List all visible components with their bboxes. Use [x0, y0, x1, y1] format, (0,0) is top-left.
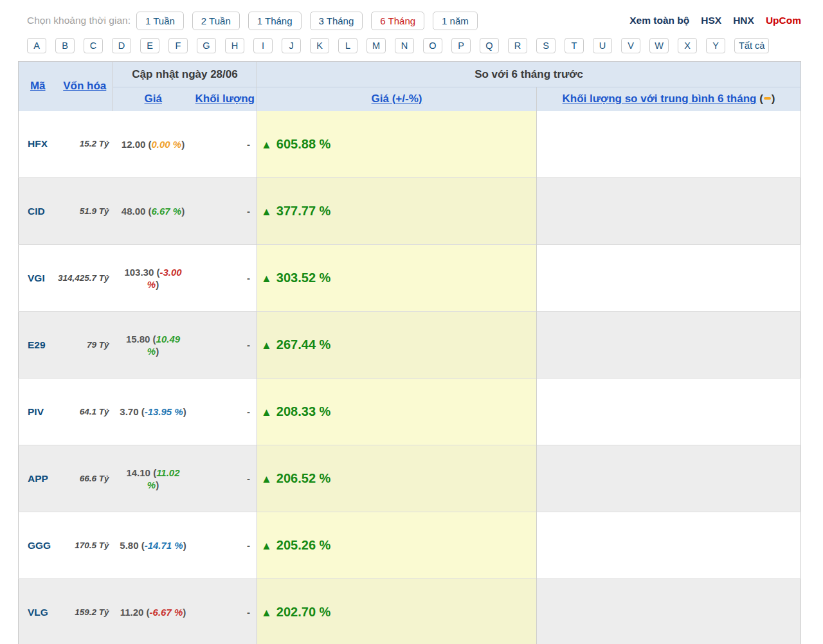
price-cell: 5.80 (-14.71 %)	[113, 512, 194, 579]
letter-button-g[interactable]: G	[197, 38, 216, 53]
time-range-button-1-nam[interactable]: 1 năm	[433, 12, 478, 30]
letter-button-a[interactable]: A	[27, 38, 46, 53]
letter-button-u[interactable]: U	[593, 38, 612, 53]
letter-button-tat-ca[interactable]: Tất cả	[734, 38, 769, 53]
letter-button-d[interactable]: D	[112, 38, 131, 53]
letter-button-f[interactable]: F	[168, 38, 188, 53]
exchange-links: Xem toàn bộHSXHNXUpCom	[629, 15, 801, 26]
volume-compare-cell	[537, 111, 801, 178]
minus-icon	[764, 97, 771, 100]
letter-button-r[interactable]: R	[508, 38, 527, 53]
paren-close: )	[183, 607, 186, 618]
letter-button-o[interactable]: O	[423, 38, 442, 53]
ticker-link[interactable]: APP	[28, 473, 48, 484]
sort-gia-link[interactable]: Giá	[145, 93, 162, 105]
letter-button-p[interactable]: P	[451, 38, 471, 53]
column-header-von-hoa: Vốn hóa	[57, 62, 113, 111]
up-arrow-icon: ▲	[261, 273, 272, 285]
exchange-link-upcom[interactable]: UpCom	[766, 15, 801, 26]
table-row: VLG159.2 Tỷ11.20 (-6.67 %)-▲202.70 %	[19, 579, 801, 644]
market-cap-cell: 64.1 Tỷ	[57, 379, 113, 445]
ticker-link[interactable]: VLG	[28, 607, 48, 618]
ticker-link[interactable]: PIV	[28, 406, 44, 417]
letter-button-m[interactable]: M	[366, 38, 386, 53]
market-cap-cell: 66.6 Tỷ	[57, 445, 113, 512]
letter-button-k[interactable]: K	[310, 38, 329, 53]
ticker-link[interactable]: GGG	[28, 540, 51, 551]
letter-button-j[interactable]: J	[282, 38, 301, 53]
letter-button-i[interactable]: I	[253, 38, 273, 53]
letter-button-e[interactable]: E	[140, 38, 159, 53]
table-row: APP66.6 Tỷ14.10 (11.02 %)-▲206.52 %	[19, 445, 801, 512]
change-cell: ▲205.26 %	[257, 512, 537, 579]
time-range-label: Chọn khoảng thời gian:	[27, 15, 131, 26]
paren-close: )	[183, 406, 186, 417]
exchange-link-hnx[interactable]: HNX	[733, 15, 754, 26]
time-range-button-1-tuan[interactable]: 1 Tuần	[136, 12, 184, 30]
time-range-button-1-thang[interactable]: 1 Tháng	[248, 12, 302, 30]
up-arrow-icon: ▲	[261, 139, 272, 151]
sort-khoi-luong-link[interactable]: Khối lượng	[195, 93, 255, 105]
letter-button-x[interactable]: X	[678, 38, 697, 53]
up-arrow-icon: ▲	[261, 473, 272, 485]
price-cell: 11.20 (-6.67 %)	[113, 579, 194, 644]
ticker-link[interactable]: VGI	[28, 273, 45, 283]
time-range-button-6-thang[interactable]: 6 Tháng	[371, 12, 424, 30]
price-cell: 103.30 (-3.00 %)	[113, 245, 194, 312]
letter-button-l[interactable]: L	[338, 38, 357, 53]
paren-close: )	[772, 93, 775, 105]
letter-button-s[interactable]: S	[536, 38, 556, 53]
ticker-cell: E29	[19, 312, 57, 379]
paren-close: )	[181, 206, 185, 217]
sort-volume-vs-avg-link[interactable]: Khối lượng so với trung bình 6 tháng	[563, 93, 757, 105]
exchange-link-xem-toan-bo[interactable]: Xem toàn bộ	[629, 15, 689, 26]
volume-cell: -	[194, 111, 257, 178]
letter-button-q[interactable]: Q	[480, 38, 499, 53]
letter-button-w[interactable]: W	[649, 38, 669, 53]
table-row: PIV64.1 Tỷ3.70 (-13.95 %)-▲208.33 %	[19, 379, 801, 445]
letter-button-b[interactable]: B	[55, 38, 75, 53]
market-cap-cell: 51.9 Tỷ	[57, 178, 113, 245]
time-range-button-2-tuan[interactable]: 2 Tuần	[192, 12, 240, 30]
volume-compare-cell	[537, 245, 801, 312]
up-arrow-icon: ▲	[261, 339, 272, 352]
time-range-button-3-thang[interactable]: 3 Tháng	[310, 12, 363, 30]
price-change-pct: -13.95 %	[145, 406, 183, 417]
ticker-cell: VLG	[19, 579, 57, 644]
price-value: 3.70 (	[120, 406, 144, 417]
price-change-pct: 0.00 %	[152, 139, 182, 150]
change-cell: ▲303.52 %	[257, 245, 537, 312]
letter-button-t[interactable]: T	[565, 38, 584, 53]
ticker-cell: GGG	[19, 512, 57, 579]
change-cell: ▲605.88 %	[257, 111, 537, 178]
market-cap-cell: 170.5 Tỷ	[57, 512, 113, 579]
change-value: 202.70 %	[276, 605, 331, 619]
column-header-gia-change: Giá (+/-%)	[257, 87, 537, 111]
ticker-link[interactable]: CID	[28, 206, 45, 217]
time-range-buttons: 1 Tuần2 Tuần1 Tháng3 Tháng6 Tháng1 năm	[136, 12, 478, 30]
price-cell: 3.70 (-13.95 %)	[113, 379, 194, 445]
sort-gia-change-link[interactable]: Giá (+/-%)	[372, 93, 422, 105]
table-row: VGI314,425.7 Tỷ103.30 (-3.00 %)-▲303.52 …	[19, 245, 801, 312]
sort-ma-link[interactable]: Mã	[30, 80, 46, 92]
exchange-link-hsx[interactable]: HSX	[701, 15, 721, 26]
market-cap-cell: 79 Tỷ	[57, 312, 113, 379]
ticker-link[interactable]: HFX	[28, 138, 48, 149]
letter-button-n[interactable]: N	[395, 38, 414, 53]
up-arrow-icon: ▲	[261, 540, 272, 552]
volume-compare-cell	[537, 178, 801, 245]
letter-button-h[interactable]: H	[225, 38, 244, 53]
column-header-volume-vs-avg: Khối lượng so với trung bình 6 tháng ()	[537, 87, 801, 111]
volume-cell: -	[194, 445, 257, 512]
price-cell: 15.80 (10.49 %)	[113, 312, 194, 379]
price-value: 14.10 (	[126, 467, 156, 478]
letter-button-v[interactable]: V	[621, 38, 640, 53]
ticker-cell: VGI	[19, 245, 57, 312]
ticker-link[interactable]: E29	[28, 339, 46, 350]
sort-von-hoa-link[interactable]: Vốn hóa	[63, 80, 106, 92]
volume-cell: -	[194, 579, 257, 644]
letter-button-c[interactable]: C	[84, 38, 103, 53]
volume-cell: -	[194, 245, 257, 312]
letter-button-y[interactable]: Y	[706, 38, 725, 53]
change-value: 205.26 %	[276, 538, 331, 552]
